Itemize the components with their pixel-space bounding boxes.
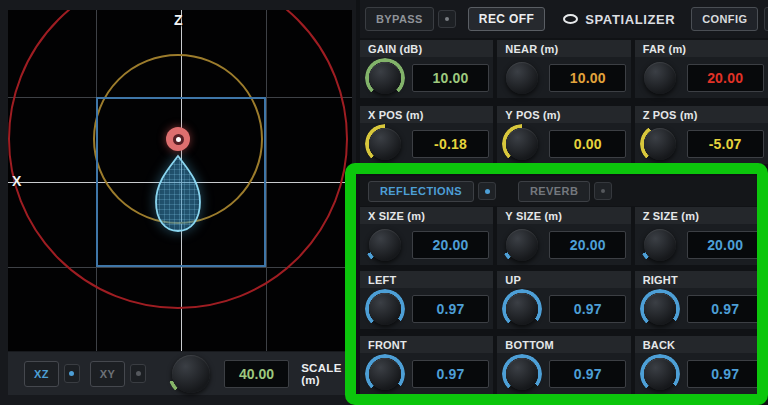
view-xz-button[interactable]: XZ xyxy=(24,361,59,387)
param-row-front-bottom-back: FRONT 0.97 BOTTOM 0.97 BACK 0.97 xyxy=(360,336,768,394)
reflections-dot-button[interactable] xyxy=(478,182,496,200)
zsize-label: Z SIZE (m) xyxy=(635,207,768,224)
right-knob[interactable] xyxy=(644,293,676,325)
near-value[interactable]: 10.00 xyxy=(549,64,626,92)
left-knob[interactable] xyxy=(369,293,401,325)
right-value[interactable]: 0.97 xyxy=(687,295,764,323)
param-ysize: Y SIZE (m) 20.00 xyxy=(497,207,630,265)
param-front: FRONT 0.97 xyxy=(360,336,493,394)
xsize-label: X SIZE (m) xyxy=(360,207,493,224)
xpos-label: X POS (m) xyxy=(360,106,493,123)
ysize-label: Y SIZE (m) xyxy=(497,207,630,224)
zpos-value[interactable]: -5.07 xyxy=(687,130,764,158)
right-label: RIGHT xyxy=(635,271,768,288)
ypos-value[interactable]: 0.00 xyxy=(549,130,626,158)
section-tab-strip: REFLECTIONS REVERB xyxy=(360,176,768,206)
far-value[interactable]: 20.00 xyxy=(687,64,764,92)
back-label: BACK xyxy=(635,336,768,353)
near-label: NEAR (m) xyxy=(497,40,630,57)
blue-dot-icon xyxy=(485,189,490,194)
brand-label: SPATIALIZER xyxy=(585,12,675,27)
up-knob[interactable] xyxy=(506,293,538,325)
config-button[interactable]: CONFIG xyxy=(691,7,758,31)
param-xsize: X SIZE (m) 20.00 xyxy=(360,207,493,265)
visualizer-panel: Z X XZ XY 40.00 SCALE (m) xyxy=(0,0,360,405)
xsize-value[interactable]: 20.00 xyxy=(412,231,489,259)
bottom-knob[interactable] xyxy=(506,358,538,390)
dim-dot-icon xyxy=(445,17,449,21)
param-row-gain-near-far: GAIN (dB) 10.00 NEAR (m) 10.00 FAR (m) 2… xyxy=(360,40,768,98)
front-label: FRONT xyxy=(360,336,493,353)
bottom-value[interactable]: 0.97 xyxy=(549,360,626,388)
view-toolbar: XZ XY 40.00 SCALE (m) xyxy=(8,352,352,395)
param-zsize: Z SIZE (m) 20.00 xyxy=(635,207,768,265)
bypass-dot-button[interactable] xyxy=(438,10,456,28)
gain-label: GAIN (dB) xyxy=(360,40,493,57)
back-value[interactable]: 0.97 xyxy=(687,360,764,388)
front-value[interactable]: 0.97 xyxy=(412,360,489,388)
param-near: NEAR (m) 10.00 xyxy=(497,40,630,98)
param-left: LEFT 0.97 xyxy=(360,271,493,329)
dim-dot-icon xyxy=(601,189,605,193)
x-axis-label: X xyxy=(12,173,21,189)
xpos-knob[interactable] xyxy=(369,128,401,160)
gain-value[interactable]: 10.00 xyxy=(412,64,489,92)
ysize-knob[interactable] xyxy=(506,229,538,261)
param-xpos: X POS (m) -0.18 xyxy=(360,106,493,164)
bottom-label: BOTTOM xyxy=(497,336,630,353)
directivity-mesh xyxy=(149,154,207,234)
top-bar: BYPASS REC OFF SPATIALIZER CONFIG ABOUT xyxy=(360,0,768,38)
up-label: UP xyxy=(497,271,630,288)
record-button[interactable]: REC OFF xyxy=(468,7,545,31)
near-knob[interactable] xyxy=(506,62,538,94)
brand-logo: SPATIALIZER xyxy=(563,12,675,27)
spatializer-plugin-window: Z X XZ XY 40.00 SCALE (m) BYPASS REC OFF… xyxy=(0,0,768,405)
z-axis-label: Z xyxy=(174,12,183,28)
reverb-dot-button[interactable] xyxy=(594,182,612,200)
front-knob[interactable] xyxy=(369,358,401,390)
zpos-label: Z POS (m) xyxy=(635,106,768,123)
param-back: BACK 0.97 xyxy=(635,336,768,394)
scale-label: SCALE (m) xyxy=(301,362,352,386)
xpos-value[interactable]: -0.18 xyxy=(412,130,489,158)
param-ypos: Y POS (m) 0.00 xyxy=(497,106,630,164)
source-center-dot xyxy=(176,137,181,142)
param-row-left-up-right: LEFT 0.97 UP 0.97 RIGHT 0.97 xyxy=(360,271,768,329)
param-row-size: X SIZE (m) 20.00 Y SIZE (m) 20.00 Z SIZE… xyxy=(360,207,768,265)
param-row-position: X POS (m) -0.18 Y POS (m) 0.00 Z POS (m)… xyxy=(360,106,768,164)
about-button[interactable]: ABOUT xyxy=(764,7,768,31)
far-knob[interactable] xyxy=(644,62,676,94)
ysize-value[interactable]: 20.00 xyxy=(549,231,626,259)
sound-source-handle[interactable] xyxy=(166,127,190,151)
up-value[interactable]: 0.97 xyxy=(549,295,626,323)
tab-reflections[interactable]: REFLECTIONS xyxy=(368,181,474,202)
view-xy-dot-button[interactable] xyxy=(130,364,146,383)
bypass-button[interactable]: BYPASS xyxy=(365,7,434,31)
param-zpos: Z POS (m) -5.07 xyxy=(635,106,768,164)
source-inner-ring xyxy=(173,134,184,145)
zsize-knob[interactable] xyxy=(644,229,676,261)
back-knob[interactable] xyxy=(644,358,676,390)
left-label: LEFT xyxy=(360,271,493,288)
tab-reverb[interactable]: REVERB xyxy=(518,181,590,202)
ypos-knob[interactable] xyxy=(506,128,538,160)
ypos-label: Y POS (m) xyxy=(497,106,630,123)
param-up: UP 0.97 xyxy=(497,271,630,329)
dim-dot-icon xyxy=(136,371,141,376)
spatializer-oval-icon xyxy=(563,14,578,24)
blue-dot-icon xyxy=(69,371,74,376)
view-xy-button[interactable]: XY xyxy=(90,361,125,387)
xsize-knob[interactable] xyxy=(369,229,401,261)
zpos-knob[interactable] xyxy=(644,128,676,160)
view-xz-dot-button[interactable] xyxy=(64,364,80,383)
param-bottom: BOTTOM 0.97 xyxy=(497,336,630,394)
scale-knob[interactable] xyxy=(172,355,210,393)
scale-value[interactable]: 40.00 xyxy=(224,360,289,388)
param-gain: GAIN (dB) 10.00 xyxy=(360,40,493,98)
gain-knob[interactable] xyxy=(369,62,401,94)
left-value[interactable]: 0.97 xyxy=(412,295,489,323)
param-right: RIGHT 0.97 xyxy=(635,271,768,329)
xz-viewport[interactable]: Z X xyxy=(8,10,352,351)
zsize-value[interactable]: 20.00 xyxy=(687,231,764,259)
param-far: FAR (m) 20.00 xyxy=(635,40,768,98)
